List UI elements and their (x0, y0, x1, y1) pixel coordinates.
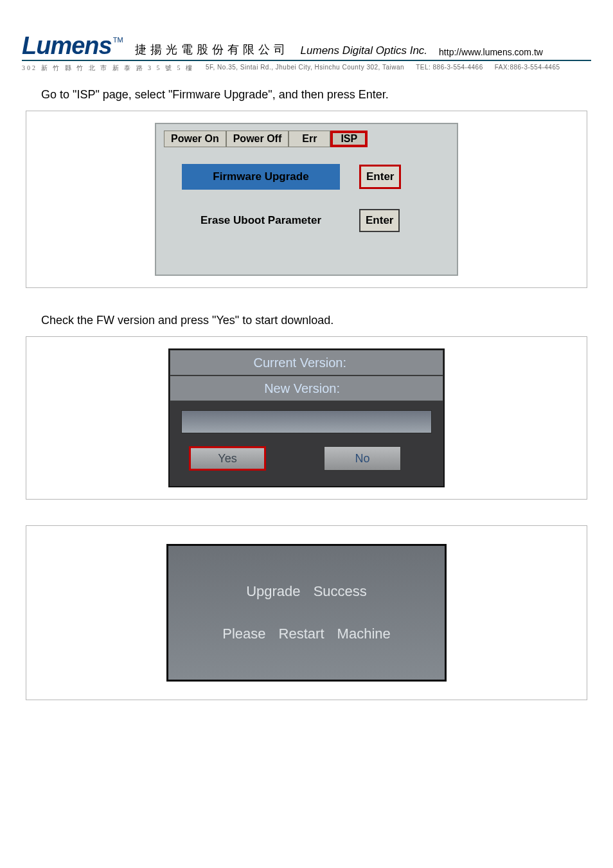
tab-isp[interactable]: ISP (330, 131, 368, 147)
success-dialog: Upgrade Success Please Restart Machine (166, 544, 447, 682)
yes-button[interactable]: Yes (189, 446, 266, 471)
company-name-cjk: 捷揚光電股份有限公司 (135, 42, 289, 57)
firmware-upgrade-label[interactable]: Firmware Upgrade (182, 164, 340, 190)
address-cn: 302 新 竹 縣 竹 北 市 新 泰 路 3 5 號 5 樓 (22, 64, 194, 73)
tab-bar: Power On Power Off Err ISP (164, 131, 449, 147)
restart-machine-text: Please Restart Machine (222, 626, 391, 642)
firmware-upgrade-row: Firmware Upgrade Enter (182, 164, 449, 190)
erase-uboot-row: Erase Uboot Parameter Enter (182, 208, 449, 233)
figure-box-3: Upgrade Success Please Restart Machine (26, 525, 587, 700)
isp-panel: Power On Power Off Err ISP Firmware Upgr… (155, 123, 458, 276)
upgrade-success-text: Upgrade Success (246, 583, 367, 600)
enter-button-firmware[interactable]: Enter (359, 165, 401, 189)
tab-err[interactable]: Err (289, 131, 330, 147)
new-version-label: New Version: (264, 381, 340, 396)
company-url: http://www.lumens.com.tw (439, 47, 543, 57)
address-en: 5F, No.35, Sintai Rd., Jhubei City, Hsin… (206, 64, 404, 73)
trademark: TM (113, 36, 123, 44)
instruction-step-2: Check the FW version and press "Yes" to … (41, 314, 591, 327)
document-header: Lumens TM 捷揚光電股份有限公司 Lumens Digital Opti… (22, 32, 591, 61)
instruction-step-1: Go to "ISP" page, select "Firmware Upgra… (41, 88, 591, 102)
no-button[interactable]: No (324, 446, 401, 471)
current-version-label: Current Version: (253, 356, 346, 370)
fax: FAX:886-3-554-4465 (495, 64, 560, 73)
dialog-button-row: Yes No (170, 446, 443, 486)
current-version-row: Current Version: (170, 350, 443, 375)
logo: Lumens TM (22, 32, 123, 60)
address-line: 302 新 竹 縣 竹 北 市 新 泰 路 3 5 號 5 樓 5F, No.3… (22, 64, 591, 73)
progress-bar (181, 410, 432, 433)
figure-box-2: Current Version: New Version: Yes No (26, 336, 587, 500)
enter-button-erase[interactable]: Enter (359, 209, 400, 232)
company-name-en: Lumens Digital Optics Inc. (301, 44, 427, 57)
tel: TEL: 886-3-554-4466 (416, 64, 483, 73)
erase-uboot-label: Erase Uboot Parameter (182, 208, 340, 233)
tab-power-on[interactable]: Power On (164, 131, 226, 147)
logo-text: Lumens (22, 32, 112, 60)
figure-box-1: Power On Power Off Err ISP Firmware Upgr… (26, 111, 587, 288)
tab-power-off[interactable]: Power Off (226, 131, 289, 147)
new-version-row: New Version: (170, 375, 443, 401)
version-dialog: Current Version: New Version: Yes No (168, 348, 445, 487)
